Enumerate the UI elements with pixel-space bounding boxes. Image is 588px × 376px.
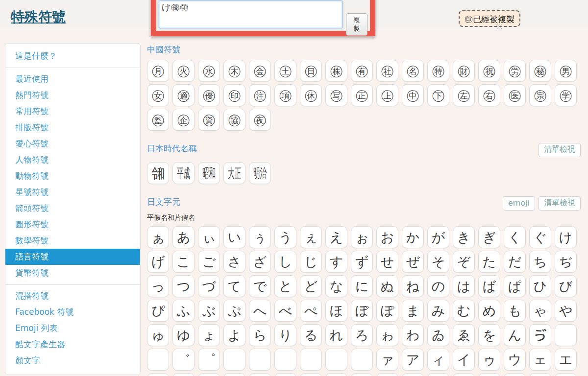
symbol-tile[interactable]: ぶ bbox=[198, 300, 220, 322]
symbol-tile[interactable]: こ bbox=[172, 251, 195, 273]
symbol-tile[interactable]: ㍼ bbox=[198, 162, 220, 184]
symbol-tile[interactable]: す bbox=[325, 251, 347, 273]
symbol-tile[interactable]: ゎ bbox=[376, 324, 398, 346]
symbol-tile[interactable]: れ bbox=[325, 324, 347, 346]
symbol-tile[interactable]: え bbox=[325, 226, 347, 248]
symbol-tile[interactable]: ㊓ bbox=[376, 60, 398, 82]
symbol-tile[interactable]: ㊔ bbox=[402, 60, 424, 82]
symbol-tile[interactable]: キ bbox=[249, 373, 271, 376]
symbol-tile[interactable]: ㊋ bbox=[172, 60, 195, 82]
symbol-tile[interactable]: ㊕ bbox=[427, 60, 449, 82]
symbol-tile[interactable]: も bbox=[504, 300, 526, 322]
sidebar-item[interactable]: 數學符號 bbox=[5, 233, 140, 249]
symbol-tile[interactable]: ゆ bbox=[172, 324, 195, 346]
symbol-tile[interactable]: ジ bbox=[529, 373, 551, 376]
symbol-tile[interactable]: き bbox=[453, 226, 475, 248]
sidebar-item[interactable]: 愛心符號 bbox=[5, 136, 140, 152]
symbol-tile[interactable]: は bbox=[453, 275, 475, 297]
symbol-tile[interactable]: ぢ bbox=[555, 251, 577, 273]
symbol-tile[interactable]: ㊚ bbox=[555, 60, 577, 82]
symbol-tile[interactable]: コ bbox=[402, 373, 424, 376]
symbol-tile[interactable]: み bbox=[427, 300, 449, 322]
symbol-tile[interactable]: ぞ bbox=[453, 251, 475, 273]
symbol-tile[interactable]: ゝ bbox=[274, 349, 296, 371]
symbol-tile[interactable]: ㊭ bbox=[172, 109, 195, 131]
symbol-tile[interactable]: ㊤ bbox=[376, 84, 398, 106]
symbol-tile[interactable]: う bbox=[274, 226, 296, 248]
symbol-tile[interactable]: ぁ bbox=[147, 226, 169, 248]
symbol-tile[interactable]: ざ bbox=[249, 251, 271, 273]
symbol-tile[interactable]: ぬ bbox=[376, 275, 398, 297]
symbol-tile[interactable]: ㍾ bbox=[249, 162, 271, 184]
symbol-tile[interactable]: べ bbox=[274, 300, 296, 322]
sidebar-item[interactable]: 箭頭符號 bbox=[5, 200, 140, 216]
symbol-tile[interactable]: で bbox=[249, 275, 271, 297]
symbol-tile[interactable]: し bbox=[274, 251, 296, 273]
symbol-tile[interactable]: カ bbox=[198, 373, 220, 376]
symbol-tile[interactable]: ㊐ bbox=[300, 60, 322, 82]
sidebar-item[interactable]: 動物符號 bbox=[5, 168, 140, 184]
symbol-tile[interactable]: ㊢ bbox=[325, 84, 347, 106]
symbol-tile[interactable]: ね bbox=[402, 275, 424, 297]
symbol-tile[interactable]: ゙ bbox=[223, 349, 245, 371]
symbol-tile[interactable]: ょ bbox=[198, 324, 220, 346]
symbol-tile[interactable]: く bbox=[504, 226, 526, 248]
sidebar-item[interactable]: 語言符號 bbox=[5, 249, 140, 265]
symbol-tile[interactable]: か bbox=[402, 226, 424, 248]
symbol-tile[interactable]: せ bbox=[376, 251, 398, 273]
symbol-tile[interactable]: ふ bbox=[172, 300, 195, 322]
symbol-tile[interactable]: ㊟ bbox=[249, 84, 271, 106]
symbol-tile[interactable]: び bbox=[555, 275, 577, 297]
symbol-tile[interactable]: ゑ bbox=[453, 324, 475, 346]
symbol-tile[interactable]: ギ bbox=[274, 373, 296, 376]
symbol-tile[interactable]: ぃ bbox=[198, 226, 220, 248]
symbol-tile[interactable]: さ bbox=[223, 251, 245, 273]
symbol-tile[interactable]: ん bbox=[504, 324, 526, 346]
symbol-tile[interactable]: ㊨ bbox=[478, 84, 500, 106]
sidebar-item[interactable]: 混搭符號 bbox=[5, 288, 140, 304]
symbol-tile[interactable]: つ bbox=[172, 275, 195, 297]
symbol-tile[interactable]: ぽ bbox=[376, 300, 398, 322]
symbol-tile[interactable]: わ bbox=[402, 324, 424, 346]
symbol-tile[interactable]: だ bbox=[504, 251, 526, 273]
symbol-tile[interactable]: ぎ bbox=[478, 226, 500, 248]
symbol-tile[interactable]: ㍻ bbox=[172, 162, 195, 184]
symbol-tile[interactable]: づ bbox=[198, 275, 220, 297]
symbol-tile[interactable]: げ bbox=[147, 251, 169, 273]
section-header-button[interactable]: emoji bbox=[503, 196, 535, 211]
symbol-tile[interactable]: ぼ bbox=[351, 300, 373, 322]
symbol-tile[interactable]: オ bbox=[172, 373, 195, 376]
symbol-tile[interactable]: ぴ bbox=[147, 300, 169, 322]
symbol-tile[interactable]: ガ bbox=[223, 373, 245, 376]
symbol-tile[interactable]: ど bbox=[300, 275, 322, 297]
symbol-tile[interactable]: ゃ bbox=[529, 300, 551, 322]
symbol-tile[interactable]: ィ bbox=[427, 349, 449, 371]
symbol-tile[interactable]: ㊌ bbox=[198, 60, 220, 82]
sidebar-item[interactable]: 常用符號 bbox=[5, 103, 140, 119]
symbol-tile[interactable]: と bbox=[274, 275, 296, 297]
sidebar-item[interactable]: 人物符號 bbox=[5, 152, 140, 168]
symbol-tile[interactable]: ゖ bbox=[147, 349, 169, 371]
symbol-tile[interactable]: ㊗ bbox=[478, 60, 500, 82]
symbol-tile[interactable]: ゚ bbox=[249, 349, 271, 371]
symbol-tile[interactable]: ㊖ bbox=[453, 60, 475, 82]
symbol-tile[interactable]: よ bbox=[223, 324, 245, 346]
list-view-button[interactable]: 清單檢視 bbox=[539, 143, 581, 157]
symbol-tile[interactable]: り bbox=[274, 324, 296, 346]
symbol-tile[interactable]: ゅ bbox=[147, 324, 169, 346]
symbol-tile[interactable]: ㊬ bbox=[147, 109, 169, 131]
symbol-tile[interactable]: ぉ bbox=[351, 226, 373, 248]
symbol-tile[interactable]: グ bbox=[325, 373, 347, 376]
symbol-tile[interactable]: ォ bbox=[147, 373, 169, 376]
symbol-tile[interactable]: ほ bbox=[325, 300, 347, 322]
symbol-tile[interactable]: ゞ bbox=[300, 349, 322, 371]
symbol-tile[interactable]: ゐ bbox=[427, 324, 449, 346]
copy-textarea[interactable]: け㊝㊞ bbox=[159, 0, 343, 28]
symbol-tile[interactable]: ス bbox=[555, 373, 577, 376]
symbol-tile[interactable]: る bbox=[300, 324, 322, 346]
symbol-tile[interactable]: い bbox=[223, 226, 245, 248]
symbol-tile[interactable]: ぅ bbox=[249, 226, 271, 248]
symbol-tile[interactable]: ㊙ bbox=[529, 60, 551, 82]
site-title-link[interactable]: 特殊符號 bbox=[11, 8, 66, 26]
symbol-tile[interactable]: ち bbox=[529, 251, 551, 273]
